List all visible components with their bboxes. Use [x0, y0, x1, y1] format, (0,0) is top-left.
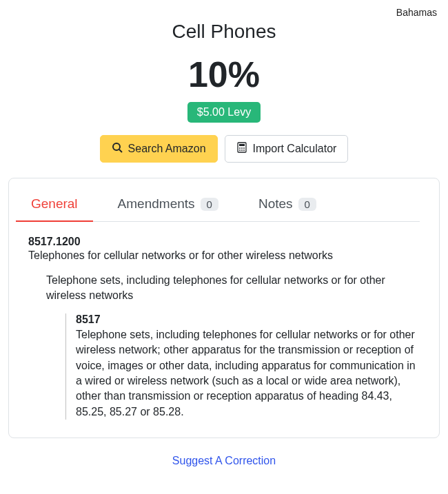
svg-rect-3: [239, 144, 245, 146]
svg-line-1: [119, 150, 122, 152]
svg-point-7: [239, 150, 241, 151]
tab-content: 8517.1200 Telephones for cellular networ…: [9, 222, 439, 438]
search-icon: [112, 142, 123, 156]
svg-point-0: [113, 143, 120, 150]
tab-notes-count: 0: [298, 198, 316, 211]
tab-amendments-count: 0: [201, 198, 218, 211]
tab-notes[interactable]: Notes 0: [256, 191, 319, 221]
import-calculator-button[interactable]: Import Calculator: [225, 135, 349, 163]
suggest-correction-link[interactable]: Suggest A Correction: [8, 455, 440, 467]
levy-badge: $5.00 Levy: [187, 102, 261, 123]
hs-code: 8517.1200: [28, 236, 420, 248]
tabs: General Amendments 0 Notes 0: [28, 191, 420, 222]
svg-point-8: [241, 150, 243, 151]
hs-code-description: Telephones for cellular networks or for …: [28, 249, 420, 262]
page-title: Cell Phones: [8, 21, 440, 43]
calculator-icon: [236, 142, 247, 156]
import-calculator-label: Import Calculator: [253, 143, 337, 155]
svg-point-4: [239, 147, 241, 149]
country-label: Bahamas: [396, 7, 437, 18]
search-amazon-button[interactable]: Search Amazon: [100, 135, 218, 163]
search-amazon-label: Search Amazon: [128, 143, 206, 155]
tab-notes-label: Notes: [258, 196, 293, 212]
tab-amendments[interactable]: Amendments 0: [115, 191, 221, 221]
category-level-2: 8517 Telephone sets, including telephone…: [65, 313, 420, 420]
tab-amendments-label: Amendments: [118, 196, 195, 212]
hs-chapter-description: Telephone sets, including telephones for…: [76, 327, 420, 420]
svg-point-9: [243, 150, 245, 151]
svg-point-5: [241, 147, 243, 149]
detail-card: General Amendments 0 Notes 0 8517.1200 T…: [8, 178, 440, 438]
category-level-1: Telephone sets, including telephones for…: [46, 273, 420, 304]
hs-chapter-code: 8517: [76, 313, 420, 326]
tab-general-label: General: [31, 196, 78, 212]
tariff-percentage: 10%: [8, 54, 440, 95]
action-buttons: Search Amazon Import Calculator: [8, 135, 440, 163]
svg-point-6: [243, 147, 245, 149]
tab-general[interactable]: General: [28, 191, 81, 221]
